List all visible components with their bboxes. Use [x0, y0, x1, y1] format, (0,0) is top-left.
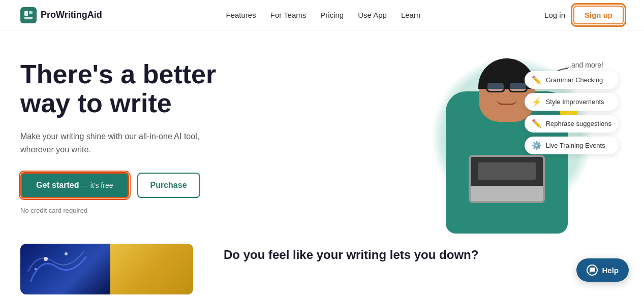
svg-rect-0	[24, 11, 28, 16]
hero-left: There's a better way to write Make your …	[20, 60, 285, 215]
person-glasses-left	[486, 81, 505, 92]
rephrase-icon: ✏️	[532, 119, 542, 128]
rephrase-label: Rephrase suggestions	[546, 120, 611, 127]
nav-links: Features For Teams Pricing Use App Learn	[226, 11, 421, 20]
hero-subtitle: Make your writing shine with our all-in-…	[20, 130, 213, 156]
navbar: ProWritingAid Features For Teams Pricing…	[0, 0, 644, 30]
svg-point-6	[35, 268, 37, 270]
svg-rect-2	[24, 17, 33, 19]
nav-actions: Log in Sign up	[544, 6, 624, 24]
help-button[interactable]: Help	[576, 258, 629, 282]
signup-button[interactable]: Sign up	[573, 6, 624, 24]
svg-point-5	[65, 252, 68, 255]
nav-item-features[interactable]: Features	[226, 11, 256, 19]
hero-title: There's a better way to write	[20, 60, 285, 118]
hero-section: There's a better way to write Make your …	[0, 30, 644, 234]
free-label: — it's free	[81, 181, 113, 189]
bottom-text: Do you feel like your writing lets you d…	[224, 244, 478, 262]
help-label: Help	[602, 266, 619, 275]
grammar-icon: ✏️	[532, 75, 542, 85]
training-label: Live Training Events	[546, 142, 605, 149]
svg-rect-1	[29, 11, 33, 14]
nav-item-learn[interactable]: Learn	[401, 11, 420, 19]
get-started-label: Get started	[36, 181, 79, 189]
style-label: Style Improvements	[546, 98, 604, 106]
hero-buttons: Get started — it's free Purchase	[20, 172, 285, 199]
feature-card-grammar: ✏️ Grammar Checking	[525, 71, 619, 89]
no-credit-card-text: No credit card required	[20, 207, 285, 214]
laptop	[469, 155, 545, 203]
bottom-section: Do you feel like your writing lets you d…	[0, 234, 644, 297]
login-link[interactable]: Log in	[544, 11, 565, 19]
feature-card-training: ⚙️ Live Training Events	[525, 137, 619, 154]
nav-item-pricing[interactable]: Pricing	[320, 11, 344, 19]
nav-item-use-app[interactable]: Use App	[358, 11, 387, 19]
feature-cards: ✏️ Grammar Checking ⚡ Style Improvements…	[525, 71, 619, 154]
help-chat-icon	[587, 265, 598, 276]
logo-icon	[20, 7, 37, 23]
bottom-image	[20, 244, 193, 294]
nav-item-for-teams[interactable]: For Teams	[270, 11, 306, 19]
logo-link[interactable]: ProWritingAid	[20, 7, 102, 23]
feature-card-rephrase: ✏️ Rephrase suggestions	[525, 115, 619, 133]
training-icon: ⚙️	[532, 141, 542, 150]
starry-night-svg	[25, 246, 117, 292]
grammar-label: Grammar Checking	[546, 76, 603, 84]
person-smile	[497, 99, 517, 105]
style-icon: ⚡	[532, 97, 542, 107]
logo-text: ProWritingAid	[41, 10, 102, 20]
feature-card-style: ⚡ Style Improvements	[525, 93, 619, 111]
get-started-button[interactable]: Get started — it's free	[20, 172, 129, 199]
purchase-button[interactable]: Purchase	[137, 173, 200, 198]
hero-right: ⭐ ...and more! ✏️ Grammar Checking ⚡ Sty…	[285, 51, 624, 223]
bottom-title: Do you feel like your writing lets you d…	[224, 244, 478, 262]
svg-point-4	[44, 257, 48, 261]
